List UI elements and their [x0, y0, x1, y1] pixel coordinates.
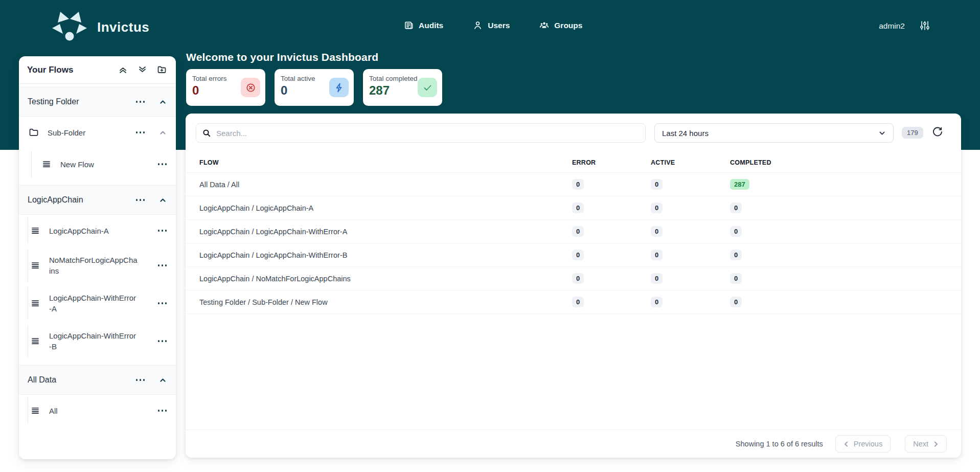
- chevron-left-icon: [844, 441, 849, 447]
- previous-page-button[interactable]: Previous: [835, 435, 891, 453]
- row-menu-button[interactable]: [158, 161, 167, 167]
- table-body: All Data / All00287LogicAppChain / Logic…: [186, 173, 961, 314]
- search-icon: [202, 129, 211, 138]
- sidebar-folder-row[interactable]: Sub-Folder: [19, 117, 176, 148]
- flow-name-cell: LogicAppChain / LogicAppChain-WithError-…: [199, 251, 572, 259]
- collapse-all-button[interactable]: [118, 65, 128, 75]
- sidebar-group-row[interactable]: All Data: [19, 365, 176, 395]
- brand-title: Invictus: [97, 19, 149, 35]
- completed-count-badge: 287: [730, 179, 749, 190]
- active-count-badge: 0: [651, 250, 663, 260]
- flows-sidebar: Your Flows Testing FolderSub-FolderNew F…: [19, 56, 176, 459]
- sidebar-flow-row[interactable]: LogicAppChain-WithError-B: [19, 322, 176, 360]
- collapse-chevron-up-icon[interactable]: [159, 196, 167, 204]
- nav-audits[interactable]: Audits: [404, 20, 443, 30]
- error-chip: [241, 78, 260, 97]
- search-box: [196, 123, 646, 143]
- lightning-bolt-icon: [334, 82, 345, 93]
- group-label: Testing Folder: [28, 97, 136, 106]
- page-title: Welcome to your Invictus Dashboard: [186, 51, 378, 63]
- flow-icon: [30, 226, 40, 236]
- completed-chip: [418, 78, 437, 97]
- check-icon: [422, 82, 433, 93]
- next-label: Next: [913, 440, 928, 448]
- groups-icon: [539, 20, 549, 30]
- sidebar-flow-row[interactable]: NoMatchForLogicAppChains: [19, 246, 176, 284]
- sidebar-toolbar: [118, 65, 167, 75]
- users-icon: [473, 20, 483, 30]
- tree-item-label: New Flow: [60, 159, 149, 170]
- tree-item-label: LogicAppChain-WithError-A: [49, 293, 138, 314]
- flow-icon: [30, 298, 40, 308]
- stat-card-active: Total active 0: [275, 69, 354, 106]
- error-count-badge: 0: [572, 297, 584, 307]
- next-page-button[interactable]: Next: [905, 435, 947, 453]
- pagination-summary: Showing 1 to 6 of 6 results: [736, 440, 823, 448]
- flow-name-cell: All Data / All: [199, 181, 572, 189]
- collapse-chevron-up-icon[interactable]: [159, 129, 167, 137]
- row-menu-button[interactable]: [136, 197, 145, 203]
- result-count-badge: 179: [902, 127, 923, 139]
- nav-users-label: Users: [488, 21, 510, 30]
- row-menu-button[interactable]: [136, 99, 145, 105]
- add-folder-button[interactable]: [157, 65, 167, 75]
- expand-all-button[interactable]: [138, 65, 147, 75]
- tree-guide-line: [28, 217, 28, 244]
- flows-tree: Testing FolderSub-FolderNew FlowLogicApp…: [19, 84, 176, 426]
- table-row[interactable]: LogicAppChain / LogicAppChain-WithError-…: [186, 220, 961, 243]
- table-row[interactable]: All Data / All00287: [186, 173, 961, 196]
- tree-guide-line: [28, 397, 28, 424]
- time-filter-select[interactable]: Last 24 hours: [654, 123, 894, 143]
- column-header-flow: FLOW: [199, 159, 572, 166]
- error-count-badge: 0: [572, 226, 584, 237]
- row-menu-button[interactable]: [136, 129, 145, 136]
- tree-guide-line: [28, 287, 28, 320]
- sidebar-flow-row[interactable]: LogicAppChain-WithError-A: [19, 284, 176, 322]
- collapse-chevron-up-icon[interactable]: [159, 98, 167, 106]
- flow-name-cell: LogicAppChain / NoMatchForLogicAppChains: [199, 275, 572, 283]
- collapse-chevron-up-icon[interactable]: [159, 376, 167, 384]
- current-user-label[interactable]: admin2: [879, 21, 905, 31]
- group-label: All Data: [28, 375, 136, 385]
- nav-users[interactable]: Users: [473, 20, 510, 30]
- stat-card-errors: Total errors 0: [186, 69, 265, 106]
- table-header: FLOW ERROR ACTIVE COMPLETED: [186, 152, 961, 173]
- chevron-down-icon: [878, 129, 886, 137]
- row-menu-button[interactable]: [136, 377, 145, 383]
- nav-audits-label: Audits: [419, 21, 443, 30]
- sidebar-flow-row[interactable]: LogicAppChain-A: [19, 215, 176, 246]
- sidebar-flow-row[interactable]: All: [19, 395, 176, 426]
- row-menu-button[interactable]: [158, 228, 167, 234]
- row-menu-button[interactable]: [158, 262, 167, 268]
- active-count-badge: 0: [651, 226, 663, 237]
- error-count-badge: 0: [572, 273, 584, 284]
- completed-count-badge: 0: [730, 203, 742, 213]
- sidebar-flow-row[interactable]: New Flow: [19, 148, 176, 180]
- sidebar-group-row[interactable]: LogicAppChain: [19, 185, 176, 215]
- refresh-button[interactable]: [932, 126, 945, 140]
- column-header-completed: COMPLETED: [730, 159, 961, 166]
- search-input[interactable]: [216, 129, 639, 138]
- completed-count-badge: 0: [730, 250, 742, 260]
- active-chip: [329, 78, 349, 97]
- row-menu-button[interactable]: [158, 300, 167, 306]
- tree-item-label: Sub-Folder: [48, 127, 136, 138]
- flow-icon: [30, 406, 40, 416]
- flow-icon: [41, 159, 52, 169]
- nav-groups[interactable]: Groups: [539, 20, 582, 30]
- folder-icon: [29, 127, 39, 138]
- pagination-footer: Showing 1 to 6 of 6 results Previous Nex…: [186, 430, 961, 458]
- sidebar-group-row[interactable]: Testing Folder: [19, 87, 176, 117]
- flow-icon: [30, 336, 40, 346]
- group-label: LogicAppChain: [28, 195, 136, 205]
- table-row[interactable]: LogicAppChain / LogicAppChain-WithError-…: [186, 243, 961, 267]
- settings-sliders-button[interactable]: [919, 20, 931, 33]
- active-count-badge: 0: [651, 297, 663, 307]
- table-row[interactable]: Testing Folder / Sub-Folder / New Flow00…: [186, 290, 961, 314]
- error-count-badge: 0: [572, 203, 584, 213]
- row-menu-button[interactable]: [158, 408, 167, 414]
- table-row[interactable]: LogicAppChain / NoMatchForLogicAppChains…: [186, 267, 961, 290]
- table-row[interactable]: LogicAppChain / LogicAppChain-A000: [186, 196, 961, 220]
- row-menu-button[interactable]: [158, 338, 167, 344]
- invictus-logo-icon: [52, 11, 87, 43]
